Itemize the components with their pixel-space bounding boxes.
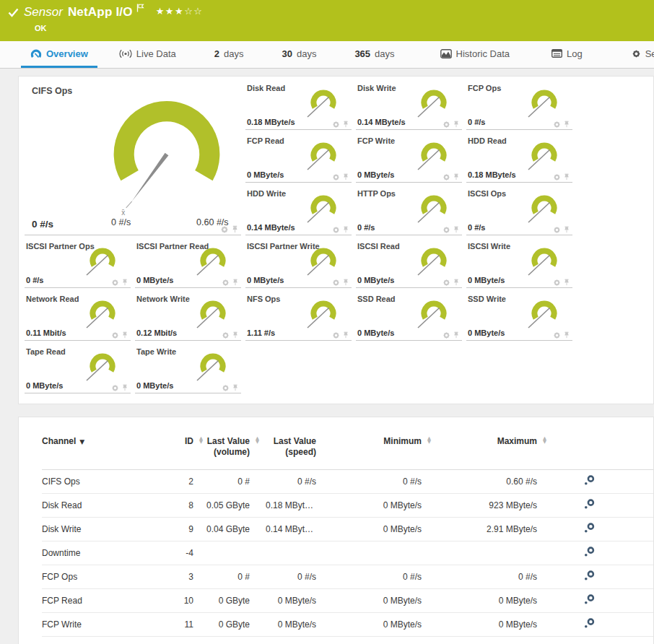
tab-live-data[interactable]: Live Data [110, 41, 186, 68]
gauge-settings-gear-icon[interactable] [222, 279, 230, 287]
tab-overview[interactable]: Overview [21, 41, 97, 68]
gauge-pin-icon[interactable] [563, 279, 570, 287]
gauge-pin-icon[interactable] [342, 121, 349, 129]
gauge-pin-icon[interactable] [232, 384, 239, 392]
gauge-panel[interactable]: Disk Read 0.18 MByte/s [245, 82, 352, 130]
column-header-minimum[interactable]: Minimum▲▼ [316, 436, 422, 447]
gauge-settings-gear-icon[interactable] [442, 331, 450, 339]
gauge-panel[interactable]: HTTP Ops 0 #/s [356, 188, 462, 235]
gauge-pin-icon[interactable] [121, 331, 128, 339]
gauge-pin-icon[interactable] [453, 173, 460, 181]
gauge-pin-icon[interactable] [121, 384, 128, 392]
last-value-volume: 0.04 GByte [193, 524, 250, 534]
gauge-pin-icon[interactable] [342, 279, 349, 287]
gauge-pin-icon[interactable] [563, 331, 570, 339]
gauge-pin-icon[interactable] [232, 279, 239, 287]
gauge-panel[interactable]: SSD Read 0 MByte/s [356, 293, 462, 341]
gauge-current-value: 0 #/s [357, 223, 375, 232]
gauge-pin-icon[interactable] [231, 225, 239, 234]
gauge-pin-icon[interactable] [563, 121, 570, 129]
gauge-settings-gear-icon[interactable] [332, 121, 340, 129]
gauge-current-value: 0.14 MByte/s [357, 118, 406, 126]
gauge-pin-icon[interactable] [232, 331, 239, 339]
gauge-panel[interactable]: Tape Write 0 MByte/s [135, 346, 241, 393]
gauge-panel[interactable]: ISCSI Ops 0 #/s [466, 188, 572, 235]
priority-stars[interactable]: ★★★☆☆ [156, 6, 204, 17]
tab-settings[interactable]: Settings [622, 41, 654, 68]
column-header-channel[interactable]: Channel▼ [42, 436, 157, 447]
gauge-panel[interactable]: HDD Write 0.14 MByte/s [245, 188, 352, 235]
gauge-panel[interactable]: Tape Read 0 MByte/s [25, 346, 131, 393]
gauge-pin-icon[interactable] [342, 331, 349, 339]
gauge-panel[interactable]: ISCSI Partner Write 0 MByte/s [245, 240, 352, 288]
gauge-pin-icon[interactable] [563, 226, 570, 234]
channel-settings-icon[interactable] [583, 522, 596, 534]
channel-name: CIFS Ops [42, 477, 157, 487]
gauge-settings-gear-icon[interactable] [553, 331, 561, 339]
gauge-settings-gear-icon[interactable] [442, 173, 450, 181]
gauge-settings-gear-icon[interactable] [111, 331, 119, 339]
tab-days-365[interactable]: 365days [345, 41, 404, 68]
channel-settings-icon[interactable] [583, 617, 596, 630]
flag-icon[interactable] [136, 2, 144, 15]
channel-id: 11 [157, 619, 193, 630]
gauge-settings-gear-icon[interactable] [332, 226, 340, 234]
gauge-panel[interactable]: HDD Read 0.18 MByte/s [466, 135, 572, 183]
gauge-pin-icon[interactable] [453, 121, 460, 129]
channel-settings-icon[interactable] [583, 593, 596, 606]
channel-settings-icon[interactable] [583, 546, 596, 558]
gauge-pin-icon[interactable] [121, 279, 128, 287]
gauge-label: NFS Ops [247, 295, 280, 303]
gauge-settings-gear-icon[interactable] [111, 279, 119, 287]
gauge-panel[interactable]: NFS Ops 1.11 #/s [245, 293, 352, 341]
gauge-settings-gear-icon[interactable] [442, 279, 450, 287]
channel-settings-icon[interactable] [583, 570, 596, 582]
tab-log[interactable]: Log [542, 41, 592, 68]
gauge-settings-gear-icon[interactable] [553, 173, 561, 181]
gauge-settings-gear-icon[interactable] [442, 226, 450, 234]
gauge-panel[interactable]: FCP Write 0 MByte/s [356, 135, 462, 183]
gauge-panel[interactable]: ISCSI Write 0 MByte/s [466, 240, 572, 288]
gauge-pin-icon[interactable] [453, 279, 460, 287]
gauge-pin-icon[interactable] [453, 331, 460, 339]
sensor-status-badge: OK [35, 24, 47, 32]
gauge-settings-gear-icon[interactable] [553, 226, 561, 234]
gauge-panel[interactable]: ISCSI Partner Read 0 MByte/s [135, 240, 241, 288]
gauge-settings-gear-icon[interactable] [222, 331, 230, 339]
gauge-panel[interactable]: FCP Read 0 MByte/s [245, 135, 352, 183]
tab-days-30[interactable]: 30days [272, 41, 326, 68]
last-value-speed: 0 MByte/s [250, 619, 316, 630]
column-header-id[interactable]: ID▲▼ [157, 436, 193, 447]
gauge-pin-icon[interactable] [453, 226, 460, 234]
gauge-panel[interactable]: Network Write 0.12 Mbit/s [135, 293, 241, 341]
gauge-settings-gear-icon[interactable] [220, 225, 229, 234]
gauge-pin-icon[interactable] [342, 173, 349, 181]
gauge-panel[interactable]: Network Read 0.11 Mbit/s [25, 293, 131, 341]
gauge-panel-primary[interactable]: CIFS Ops x̄ 0 #/s 0.60 #/s 0 #/s [25, 82, 241, 235]
tab-days-2[interactable]: 2days [205, 41, 253, 68]
last-value-speed: 0.14 MByte/s [250, 524, 316, 534]
tab-historic-data[interactable]: Historic Data [431, 41, 519, 68]
gauge-settings-gear-icon[interactable] [111, 384, 119, 392]
gauge-settings-gear-icon[interactable] [222, 384, 230, 392]
gauge-panel[interactable]: ISCSI Read 0 MByte/s [356, 240, 462, 288]
settings-icon [632, 49, 641, 58]
gauge-settings-gear-icon[interactable] [553, 121, 561, 129]
gauge-current-value: 0 MByte/s [468, 276, 505, 284]
channel-settings-icon[interactable] [583, 498, 596, 510]
column-header-last-value-speed-[interactable]: Last Value (speed)▲▼ [250, 436, 316, 458]
gauge-panel[interactable]: FCP Ops 0 #/s [466, 82, 572, 130]
gauge-pin-icon[interactable] [342, 226, 349, 234]
column-header-last-value-volume-[interactable]: Last Value (volume)▲▼ [193, 436, 250, 458]
gauge-pin-icon[interactable] [563, 173, 570, 181]
gauge-panel[interactable]: Disk Write 0.14 MByte/s [356, 82, 462, 130]
gauge-panel[interactable]: SSD Write 0 MByte/s [466, 293, 572, 341]
column-header-maximum[interactable]: Maximum▲▼ [422, 436, 537, 447]
gauge-panel[interactable]: ISCSI Partner Ops 0 #/s [25, 240, 131, 288]
gauge-settings-gear-icon[interactable] [332, 173, 340, 181]
gauge-settings-gear-icon[interactable] [332, 331, 340, 339]
gauge-settings-gear-icon[interactable] [442, 121, 450, 129]
gauge-settings-gear-icon[interactable] [553, 279, 561, 287]
channel-settings-icon[interactable] [583, 474, 596, 487]
gauge-settings-gear-icon[interactable] [332, 279, 340, 287]
